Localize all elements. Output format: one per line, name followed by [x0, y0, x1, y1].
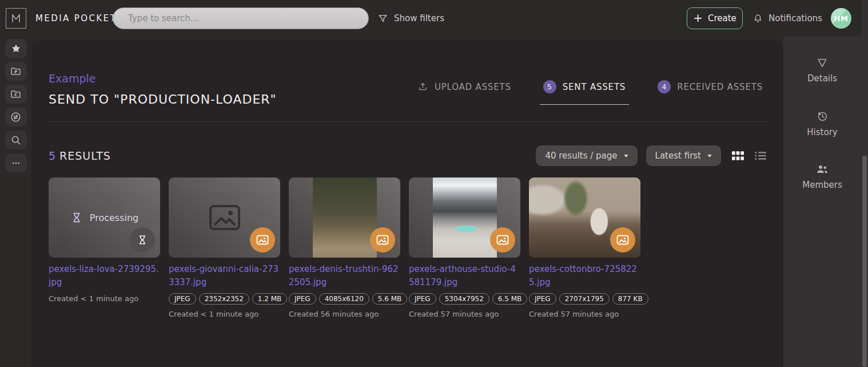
page-size-select[interactable]: 40 results / page — [536, 145, 637, 166]
results-count: 5RESULTS — [49, 149, 111, 162]
asset-filename-link[interactable]: pexels-denis-trushtin-9622505.jpg — [289, 263, 400, 289]
processing-status-badge — [130, 227, 155, 252]
image-type-badge — [610, 227, 635, 252]
asset-created-label: Created 57 minutes ago — [529, 310, 640, 318]
collections-button[interactable]: C — [5, 85, 27, 104]
details-icon — [816, 57, 829, 69]
asset-meta-badges: JPEG 2352x2352 1.2 MB — [169, 293, 280, 305]
members-icon — [815, 164, 829, 175]
sort-order-select[interactable]: Latest first — [646, 145, 721, 166]
notifications-label: Notifications — [769, 13, 822, 23]
asset-created-label: Created 57 minutes ago — [409, 310, 520, 318]
favorites-button[interactable] — [5, 39, 27, 58]
asset-meta-badges: JPEG 2707x1795 877 KB — [529, 293, 640, 305]
user-avatar[interactable]: HM — [831, 8, 851, 29]
sidebar-item-members[interactable]: Members — [802, 164, 842, 190]
tab-count-badge: 4 — [658, 80, 671, 93]
format-badge: JPEG — [289, 293, 316, 305]
media-pocket-logo-icon — [9, 11, 23, 26]
asset-card: pexels-arthouse-studio-4581179.jpg JPEG … — [409, 177, 520, 318]
asset-filename-link[interactable]: pexels-cottonbro-7258225.jpg — [529, 263, 640, 289]
avatar-initials: HM — [834, 14, 849, 23]
image-icon — [496, 235, 509, 245]
results-bar: 5RESULTS 40 results / page Latest first — [49, 144, 766, 167]
star-icon — [10, 43, 22, 54]
main-panel: Example SEND TO "PRODUCTION-LOADER" UPLO… — [31, 40, 783, 367]
asset-created-label: Created < 1 minute ago — [49, 294, 160, 303]
sort-order-value: Latest first — [655, 151, 701, 161]
asset-card: pexels-denis-trushtin-9622505.jpg JPEG 4… — [289, 177, 400, 318]
filesize-badge: 5.6 MB — [372, 293, 407, 305]
sidebar-item-label: Members — [802, 180, 842, 190]
plus-icon: + — [693, 12, 703, 23]
dimensions-badge: 4085x6120 — [319, 293, 369, 305]
tab-label: UPLOAD ASSETS — [435, 82, 511, 92]
sidebar-item-label: Details — [807, 73, 837, 84]
brand-title: MEDIA POCKET — [35, 13, 117, 23]
history-icon — [816, 110, 829, 123]
search-input[interactable] — [113, 13, 368, 23]
bell-icon — [752, 13, 763, 24]
tab-upload-assets[interactable]: UPLOAD ASSETS — [414, 80, 515, 105]
transfers-button[interactable] — [5, 108, 27, 127]
search-bar[interactable] — [113, 7, 369, 29]
collection-folder-icon: C — [10, 88, 22, 100]
search-icon — [10, 134, 22, 146]
header-divider — [49, 121, 766, 122]
asset-filename-link[interactable]: pexels-arthouse-studio-4581179.jpg — [409, 263, 520, 289]
results-count-number: 5 — [49, 149, 56, 162]
scrollbar-thumb[interactable] — [862, 156, 867, 367]
tab-label: RECEIVED ASSETS — [677, 82, 763, 92]
tab-received-assets[interactable]: 4 RECEIVED ASSETS — [654, 80, 766, 105]
upload-icon — [417, 81, 428, 92]
asset-thumbnail-placeholder[interactable] — [169, 177, 280, 258]
asset-created-label: Created 56 minutes ago — [289, 310, 400, 318]
notifications-button[interactable]: Notifications — [752, 0, 822, 37]
asset-thumbnail-processing[interactable]: Processing — [49, 177, 160, 258]
asset-thumbnail-forest-photo[interactable] — [289, 177, 400, 258]
processing-label: Processing — [90, 212, 138, 223]
asset-filename-link[interactable]: pexels-liza-lova-2739295.jpg — [49, 263, 160, 289]
list-view-icon — [755, 151, 766, 160]
filter-funnel-icon — [377, 13, 388, 24]
brand-logo — [6, 8, 26, 29]
asset-thumbnail-couch-photo[interactable] — [529, 177, 640, 258]
tabs: UPLOAD ASSETS 5 SENT ASSETS 4 RECEIVED A… — [414, 80, 766, 105]
sidebar-item-history[interactable]: History — [807, 110, 837, 137]
filesize-badge: 1.2 MB — [252, 293, 287, 305]
show-filters-label: Show filters — [394, 13, 444, 23]
asset-card: Processing pexels-liza-lova-2739295.jpg — [49, 177, 160, 303]
filesize-badge: 877 KB — [612, 293, 648, 305]
scrollbar-track[interactable] — [861, 0, 868, 367]
chevron-down-icon — [624, 155, 628, 157]
tab-sent-assets[interactable]: 5 SENT ASSETS — [540, 80, 629, 105]
tab-label: SENT ASSETS — [563, 82, 626, 92]
dimensions-badge: 5304x7952 — [439, 293, 489, 305]
asset-created-label: Created < 1 minute ago — [169, 310, 280, 318]
image-type-badge — [250, 227, 275, 252]
asset-filename-link[interactable]: pexels-giovanni-calia-2733337.jpg — [169, 263, 280, 289]
project-folder-icon: P — [10, 65, 22, 77]
projects-button[interactable]: P — [5, 62, 27, 81]
format-badge: JPEG — [169, 293, 196, 305]
create-button[interactable]: + Create — [687, 7, 743, 29]
hourglass-icon — [137, 234, 148, 246]
image-icon — [376, 235, 389, 245]
forest-photo — [313, 177, 377, 258]
create-button-label: Create — [708, 13, 736, 23]
image-icon — [616, 235, 629, 245]
image-type-badge — [490, 227, 515, 252]
topbar: MEDIA POCKET Show filters + Create — [0, 0, 868, 37]
crater-photo — [433, 177, 497, 258]
asset-card: pexels-cottonbro-7258225.jpg JPEG 2707x1… — [529, 177, 640, 318]
grid-view-button[interactable] — [732, 151, 744, 160]
more-button[interactable] — [5, 153, 27, 172]
tab-count-badge: 5 — [543, 80, 556, 93]
transfer-icon — [10, 111, 22, 123]
sidebar-item-details[interactable]: Details — [807, 57, 837, 84]
asset-thumbnail-crater-photo[interactable] — [409, 177, 520, 258]
list-view-button[interactable] — [755, 151, 766, 160]
search-nav-button[interactable] — [5, 131, 27, 149]
show-filters-button[interactable]: Show filters — [377, 0, 444, 37]
breadcrumb[interactable]: Example — [49, 72, 95, 85]
